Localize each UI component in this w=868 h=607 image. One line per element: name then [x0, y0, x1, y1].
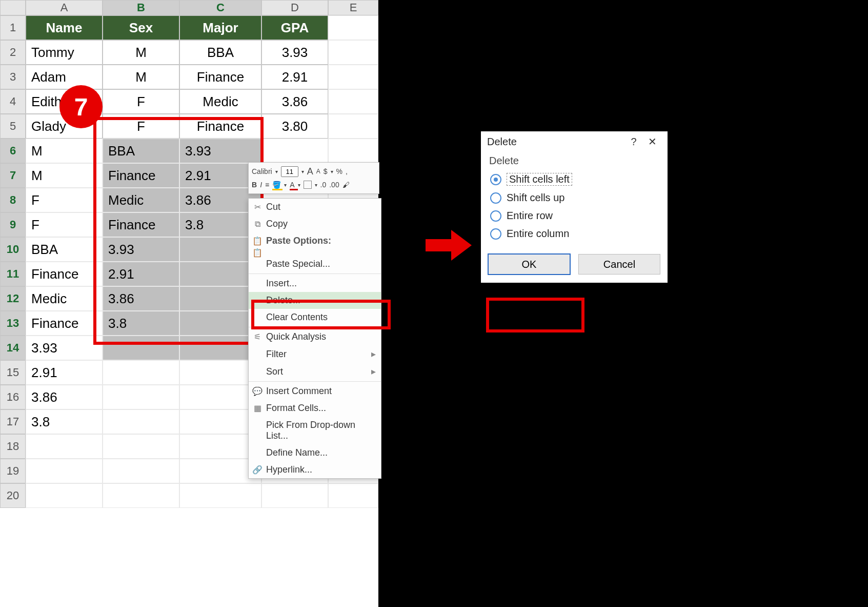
table-header-sex[interactable]: Sex [103, 15, 179, 40]
cell[interactable] [328, 483, 378, 508]
cell[interactable]: 3.93 [26, 336, 103, 360]
cell[interactable]: Finance [26, 262, 103, 286]
row-header[interactable]: 19 [0, 459, 26, 483]
ctx-clear[interactable]: Clear Contents [249, 309, 381, 326]
row-header[interactable]: 13 [0, 311, 26, 336]
cell[interactable] [328, 65, 378, 89]
row-header[interactable]: 15 [0, 360, 26, 385]
table-header-major[interactable]: Major [179, 15, 261, 40]
select-all-corner[interactable] [0, 0, 26, 15]
align-icon[interactable]: ≡ [265, 181, 269, 189]
ctx-hyperlink[interactable]: 🔗Hyperlink... [249, 461, 381, 478]
cell[interactable] [26, 459, 103, 483]
row-header[interactable]: 16 [0, 385, 26, 409]
cell[interactable]: M [103, 40, 179, 65]
cell[interactable] [328, 40, 378, 65]
cell[interactable] [328, 89, 378, 114]
cell[interactable]: Medic [179, 89, 261, 114]
cell[interactable]: M [103, 65, 179, 89]
cell[interactable] [103, 409, 179, 434]
cell[interactable]: Tommy [26, 40, 103, 65]
cell[interactable]: BBA [26, 237, 103, 262]
cell[interactable] [103, 459, 179, 483]
cell[interactable]: 3.86 [261, 89, 328, 114]
font-name[interactable]: Calibri [252, 167, 272, 175]
ctx-comment[interactable]: 💬Insert Comment [249, 383, 381, 400]
cell[interactable] [26, 434, 103, 459]
row-header[interactable]: 6 [0, 139, 26, 163]
ctx-insert[interactable]: Insert... [249, 275, 381, 292]
italic-icon[interactable]: I [260, 181, 262, 189]
row-header[interactable]: 9 [0, 212, 26, 237]
cell[interactable] [328, 114, 378, 139]
table-header-name[interactable]: Name [26, 15, 103, 40]
row-header[interactable]: 7 [0, 163, 26, 188]
row-header[interactable]: 1 [0, 15, 26, 40]
cell[interactable]: 3.80 [261, 114, 328, 139]
cell[interactable]: 3.93 [179, 139, 261, 163]
ctx-filter[interactable]: Filter▸ [249, 345, 381, 363]
cell[interactable]: F [103, 114, 179, 139]
table-header-gpa[interactable]: GPA [261, 15, 328, 40]
ctx-format-cells[interactable]: ▦Format Cells... [249, 400, 381, 417]
cell[interactable]: Adam [26, 65, 103, 89]
row-header[interactable]: 12 [0, 286, 26, 311]
cell[interactable]: M [26, 163, 103, 188]
cancel-button[interactable]: Cancel [578, 254, 660, 275]
cell[interactable]: Finance [103, 163, 179, 188]
opt-shift-left[interactable]: Shift cells left [489, 170, 659, 189]
cell[interactable]: 2.91 [261, 65, 328, 89]
ctx-cut[interactable]: ✂Cut [249, 199, 381, 216]
fill-color-icon[interactable]: 🪣 [272, 181, 281, 189]
row-header[interactable]: 3 [0, 65, 26, 89]
cell[interactable]: BBA [103, 139, 179, 163]
row-header[interactable]: 2 [0, 40, 26, 65]
col-header-B[interactable]: B [103, 0, 179, 15]
row-header[interactable]: 5 [0, 114, 26, 139]
row-header[interactable]: 11 [0, 262, 26, 286]
cell[interactable]: 3.8 [26, 409, 103, 434]
cell[interactable] [103, 336, 179, 360]
cell[interactable]: BBA [179, 40, 261, 65]
row-header[interactable]: 8 [0, 188, 26, 212]
cell-blank[interactable] [328, 15, 378, 40]
row-header[interactable]: 10 [0, 237, 26, 262]
cell[interactable]: M [26, 139, 103, 163]
ctx-quick[interactable]: ⚟Quick Analysis [249, 328, 381, 345]
row-header[interactable]: 14 [0, 336, 26, 360]
opt-entire-col[interactable]: Entire column [489, 225, 659, 243]
ctx-define[interactable]: Define Name... [249, 444, 381, 461]
cell[interactable] [26, 483, 103, 508]
cell[interactable]: Medic [103, 188, 179, 212]
percent-icon[interactable]: % [336, 167, 342, 175]
cell[interactable]: 3.86 [26, 385, 103, 409]
cell[interactable]: 3.93 [103, 237, 179, 262]
close-button[interactable]: ✕ [643, 135, 661, 148]
decrease-font-icon[interactable]: A [316, 168, 320, 175]
cell[interactable] [103, 385, 179, 409]
col-header-D[interactable]: D [261, 0, 328, 15]
cell[interactable] [261, 483, 328, 508]
cell[interactable]: 3.8 [103, 311, 179, 336]
row-header[interactable]: 18 [0, 434, 26, 459]
cell[interactable]: F [26, 212, 103, 237]
cell[interactable]: 2.91 [26, 360, 103, 385]
currency-icon[interactable]: $ [324, 167, 328, 175]
cell[interactable]: Medic [26, 286, 103, 311]
ctx-delete[interactable]: Delete... [249, 292, 381, 309]
font-color-icon[interactable]: A [290, 181, 294, 189]
cell[interactable]: Finance [179, 114, 261, 139]
cell[interactable]: F [103, 89, 179, 114]
row-header[interactable]: 20 [0, 483, 26, 508]
cell[interactable] [103, 434, 179, 459]
ctx-paste-special[interactable]: Paste Special... [249, 256, 381, 272]
cell[interactable] [179, 483, 261, 508]
format-painter-icon[interactable]: 🖌 [342, 181, 350, 189]
help-button[interactable]: ? [624, 136, 643, 148]
cell[interactable] [103, 483, 179, 508]
cell[interactable]: 3.93 [261, 40, 328, 65]
cell[interactable] [328, 139, 378, 163]
cell[interactable]: Finance [103, 212, 179, 237]
opt-entire-row[interactable]: Entire row [489, 207, 659, 225]
cell[interactable] [103, 360, 179, 385]
